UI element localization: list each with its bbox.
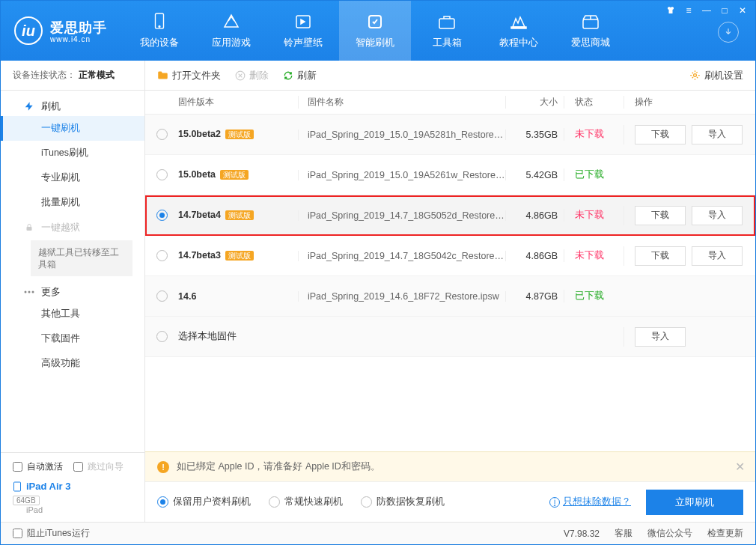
nav-apps[interactable]: 应用游戏 [195, 1, 267, 61]
alert-close-icon[interactable]: ✕ [735, 460, 745, 474]
download-button[interactable]: 下载 [635, 206, 686, 225]
firmware-status: 未下载 [564, 209, 624, 222]
tablet-icon [13, 481, 22, 492]
firmware-row[interactable]: 14.7beta3测试版 iPad_Spring_2019_14.7_18G50… [145, 236, 755, 276]
sidebar-item-more-1[interactable]: 下载固件 [1, 326, 144, 351]
firmware-status: 已下载 [564, 290, 624, 302]
svg-point-8 [25, 291, 27, 293]
firmware-status: 未下载 [564, 128, 624, 141]
local-firmware-row[interactable]: 选择本地固件 导入 [145, 317, 755, 357]
sidebar-item-flash-2[interactable]: 专业刷机 [1, 165, 144, 190]
beta-tag: 测试版 [225, 251, 254, 261]
firmware-name: iPad_Spring_2019_14.7_18G5052d_Restore.i… [298, 210, 505, 221]
nav-store[interactable]: 爱思商城 [555, 1, 627, 61]
erase-data-link[interactable]: i 只想抹除数据？ [549, 496, 631, 508]
warning-icon: ! [157, 461, 169, 473]
beta-tag: 测试版 [220, 170, 249, 180]
download-circle-icon[interactable] [718, 22, 739, 43]
flash-option-2[interactable]: 防数据恢复刷机 [361, 496, 445, 508]
svg-point-13 [694, 74, 697, 77]
lock-icon [23, 222, 35, 234]
flash-icon [23, 100, 35, 112]
beta-tag: 测试版 [225, 210, 254, 220]
auto-activate-checkbox[interactable]: 自动激活 [13, 460, 63, 473]
nav-flash[interactable]: 智能刷机 [339, 1, 411, 61]
col-version: 固件版本 [178, 96, 298, 109]
footer-update[interactable]: 检查更新 [707, 527, 743, 540]
row-radio[interactable] [156, 210, 168, 221]
brand-title: 爱思助手 [50, 19, 107, 37]
col-name: 固件名称 [298, 96, 505, 109]
chart-icon [509, 12, 528, 31]
svg-rect-6 [583, 19, 598, 28]
download-button[interactable]: 下载 [635, 125, 686, 144]
skip-guide-checkbox[interactable]: 跳过向导 [73, 460, 124, 473]
sidebar-item-more-0[interactable]: 其他工具 [1, 302, 144, 326]
svg-point-1 [159, 26, 160, 28]
svg-rect-5 [511, 27, 526, 28]
app-logo: iu 爱思助手 www.i4.cn [14, 16, 107, 45]
row-radio[interactable] [156, 169, 168, 180]
flash-settings-button[interactable]: 刷机设置 [689, 69, 743, 82]
nav-tools[interactable]: 工具箱 [411, 1, 483, 61]
sidebar-group-more[interactable]: 更多 [1, 279, 144, 302]
delete-icon [234, 70, 246, 81]
firmware-row[interactable]: 15.0beta2测试版 iPad_Spring_2019_15.0_19A52… [145, 115, 755, 155]
refresh-icon [365, 12, 385, 31]
win-minimize-icon[interactable]: — [698, 4, 715, 17]
block-itunes-checkbox[interactable]: 阻止iTunes运行 [13, 527, 90, 540]
local-firmware-label: 选择本地固件 [178, 330, 505, 343]
svg-rect-7 [27, 227, 32, 231]
refresh-icon [282, 70, 293, 81]
delete-button: 删除 [234, 69, 269, 82]
import-button[interactable]: 导入 [635, 327, 686, 347]
nav-tutorials[interactable]: 教程中心 [483, 1, 555, 61]
option-radio[interactable] [269, 496, 280, 508]
apps-icon [222, 12, 241, 31]
import-button[interactable]: 导入 [692, 206, 743, 225]
sidebar-group-jailbreak: 一键越狱 [1, 215, 144, 237]
win-maximize-icon[interactable]: □ [716, 4, 733, 17]
firmware-name: iPad_Spring_2019_15.0_19A5281h_Restore.i… [298, 130, 505, 140]
refresh-button[interactable]: 刷新 [282, 69, 317, 82]
option-radio[interactable] [361, 496, 372, 508]
store-icon [581, 12, 600, 31]
firmware-size: 5.35GB [505, 130, 564, 140]
firmware-row[interactable]: 14.7beta4测试版 iPad_Spring_2019_14.7_18G50… [145, 195, 755, 236]
win-menu-icon[interactable]: ≡ [680, 4, 697, 17]
win-tshirt-icon[interactable] [662, 4, 679, 17]
import-button[interactable]: 导入 [692, 125, 743, 144]
firmware-size: 4.86GB [505, 251, 564, 261]
row-radio[interactable] [156, 331, 168, 342]
version-text: 14.7beta4 [178, 210, 221, 220]
row-radio[interactable] [156, 290, 168, 302]
option-radio[interactable] [157, 496, 168, 508]
row-radio[interactable] [156, 250, 168, 261]
firmware-name: iPad_Spring_2019_14.7_18G5042c_Restore.i… [298, 251, 505, 261]
download-button[interactable]: 下载 [635, 246, 686, 266]
sidebar-item-flash-0[interactable]: 一键刷机 [1, 116, 144, 141]
flash-option-1[interactable]: 常规快速刷机 [269, 496, 343, 508]
jailbreak-note: 越狱工具已转移至工具箱 [31, 240, 132, 276]
footer-wechat[interactable]: 微信公众号 [647, 527, 692, 540]
import-button[interactable]: 导入 [692, 246, 743, 266]
sidebar-item-more-2[interactable]: 高级功能 [1, 351, 144, 376]
logo-icon: iu [14, 16, 43, 45]
open-folder-button[interactable]: 打开文件夹 [157, 69, 221, 82]
firmware-row[interactable]: 14.6 iPad_Spring_2019_14.6_18F72_Restore… [145, 276, 755, 317]
flash-now-button[interactable]: 立即刷机 [646, 490, 743, 515]
firmware-name: iPad_Spring_2019_14.6_18F72_Restore.ipsw [298, 291, 505, 302]
svg-rect-4 [439, 19, 454, 28]
device-name[interactable]: iPad Air 3 [13, 481, 132, 492]
nav-ringtones[interactable]: 铃声壁纸 [267, 1, 339, 61]
win-close-icon[interactable]: ✕ [734, 4, 751, 17]
flash-option-0[interactable]: 保留用户资料刷机 [157, 496, 251, 508]
nav-device[interactable]: 我的设备 [124, 1, 195, 61]
firmware-row[interactable]: 15.0beta测试版 iPad_Spring_2019_15.0_19A526… [145, 155, 755, 195]
firmware-size: 4.86GB [505, 210, 564, 221]
row-radio[interactable] [156, 129, 168, 140]
sidebar-item-flash-3[interactable]: 批量刷机 [1, 190, 144, 215]
footer-support[interactable]: 客服 [615, 527, 632, 540]
sidebar-item-flash-1[interactable]: iTunes刷机 [1, 141, 144, 165]
sidebar-group-flash[interactable]: 刷机 [1, 94, 144, 116]
